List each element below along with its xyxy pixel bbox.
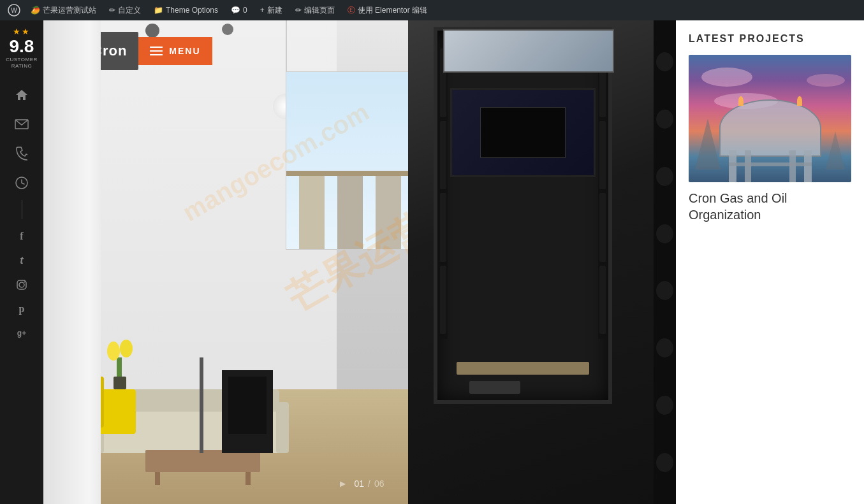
elementor-item[interactable]: Ⓔ 使用 Elementor 编辑 [342, 0, 432, 20]
menu-label: MENU [169, 46, 200, 56]
content-area: 芒果运营 mangoecom.com Cron [43, 20, 864, 504]
phone-icon[interactable] [0, 139, 43, 168]
clock-icon[interactable] [0, 168, 43, 198]
theme-options-item[interactable]: 📁 Theme Options [149, 0, 223, 20]
mango-icon: 🥭 [31, 6, 40, 15]
mail-icon[interactable] [0, 110, 43, 139]
comments-icon: 💬 [231, 6, 240, 15]
instagram-icon[interactable] [0, 273, 43, 297]
recessed-panel [434, 27, 612, 404]
console [469, 381, 520, 394]
rating-section: ★★ 9.8 CUSTOMERRATING [6, 27, 38, 70]
rating-label: CUSTOMERRATING [6, 57, 38, 70]
sidebar-divider [22, 200, 22, 219]
curtains [43, 20, 101, 504]
slide-prev-button[interactable]: ▶ [335, 476, 350, 491]
tv-screen [450, 88, 596, 177]
hamburger-icon [150, 47, 163, 55]
site-name-label: 芒果运营测试站 [43, 5, 96, 16]
slide-separator: / [368, 479, 370, 489]
edit-icon: ✏ [295, 6, 302, 15]
edit-page-label: 编辑页面 [304, 5, 335, 16]
side-speaker [654, 20, 676, 504]
customize-item[interactable]: ✏ 自定义 [104, 0, 146, 20]
theme-options-label: Theme Options [166, 6, 218, 15]
new-label: 新建 [267, 5, 282, 16]
mirror [443, 29, 614, 73]
project-image[interactable] [689, 55, 851, 182]
flowers [104, 338, 142, 389]
project-card: Cron Gas and OilOrganization [689, 55, 851, 223]
main-layout: ★★ 9.8 CUSTOMERRATING [0, 20, 864, 504]
tv-stand [457, 362, 589, 375]
window [286, 71, 413, 250]
slide-total: 06 [374, 479, 384, 489]
stand [200, 357, 203, 453]
pinterest-icon[interactable]: p [0, 297, 43, 321]
rating-number: 9.8 [10, 38, 34, 55]
comments-count: 0 [243, 6, 247, 15]
customize-label: 自定义 [118, 5, 141, 16]
spotlight-2 [222, 24, 233, 35]
facebook-icon[interactable]: f [0, 224, 43, 248]
comments-item[interactable]: 💬 0 [226, 0, 253, 20]
right-sidebar: LATEST PROJECTS [676, 20, 864, 504]
google-plus-icon[interactable]: g+ [0, 321, 43, 345]
latest-projects-title: LATEST PROJECTS [689, 33, 851, 45]
left-sidebar: ★★ 9.8 CUSTOMERRATING [0, 20, 43, 504]
coffee-table [145, 450, 260, 472]
elementor-label: 使用 Elementor 编辑 [358, 5, 427, 16]
customize-icon: ✏ [109, 6, 115, 15]
project-name: Cron Gas and OilOrganization [689, 190, 851, 223]
admin-bar: W 🥭 芒果运营测试站 ✏ 自定义 📁 Theme Options 💬 0 + … [0, 0, 864, 20]
fireplace [222, 370, 273, 453]
edit-page-item[interactable]: ✏ 编辑页面 [290, 0, 340, 20]
svg-point-5 [19, 282, 24, 287]
speaker-right [598, 43, 607, 339]
slide-current: 01 [354, 479, 364, 489]
hero-section: 芒果运营 mangoecom.com Cron [43, 20, 676, 504]
elementor-icon: Ⓔ [348, 5, 355, 16]
slide-counter: ▶ 01 / 06 [335, 476, 384, 491]
social-icons: f t p g+ [0, 224, 43, 345]
room-background: 芒果运营 mangoecom.com [43, 20, 676, 504]
wp-logo[interactable]: W [5, 1, 23, 19]
rating-stars: ★★ [13, 27, 31, 36]
speaker-left [439, 43, 448, 339]
new-icon: + [260, 6, 265, 15]
site-name-item[interactable]: 🥭 芒果运营测试站 [26, 0, 101, 20]
theme-options-icon: 📁 [154, 6, 163, 15]
svg-point-6 [24, 281, 26, 282]
twitter-icon[interactable]: t [0, 248, 43, 273]
new-item[interactable]: + 新建 [255, 0, 288, 20]
menu-box[interactable]: MENU [138, 37, 212, 65]
svg-text:W: W [11, 7, 17, 14]
dark-wall [408, 20, 676, 504]
home-icon[interactable] [0, 80, 43, 110]
